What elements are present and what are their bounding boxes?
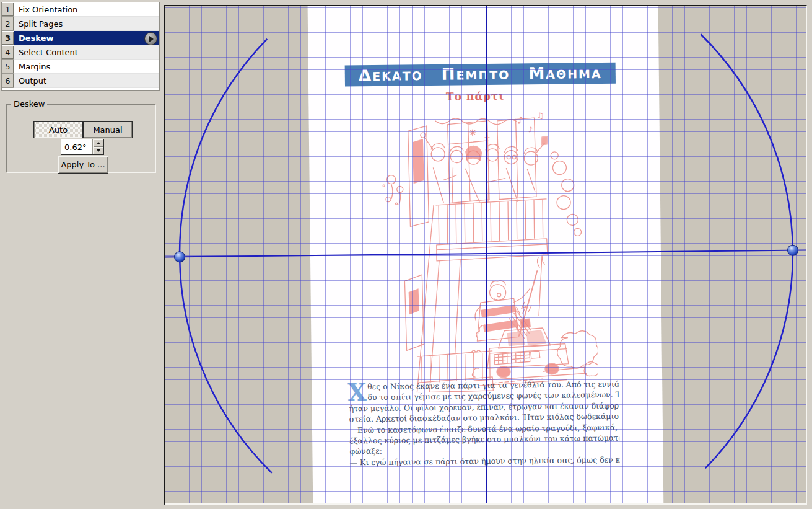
stage-label: Output bbox=[14, 74, 159, 88]
apply-to-button[interactable]: Apply To ... bbox=[58, 156, 108, 174]
deskew-options-group: Auto Manual Apply To ... bbox=[6, 104, 155, 172]
stage-label: Split Pages bbox=[14, 17, 159, 31]
spin-buttons bbox=[92, 139, 103, 154]
arrow-up-icon bbox=[97, 142, 100, 144]
stage-label: Margins bbox=[14, 60, 159, 74]
deskew-group-label: Deskew bbox=[11, 99, 47, 108]
manual-mode-button[interactable]: Manual bbox=[83, 121, 133, 138]
stage-list: 1 Fix Orientation 2 Split Pages 3 Deskew… bbox=[1, 2, 160, 91]
deskew-reference-line bbox=[165, 250, 806, 257]
stage-number: 3 bbox=[2, 31, 14, 45]
stage-label: Deskew bbox=[14, 31, 159, 45]
right-rotation-handle[interactable] bbox=[787, 245, 798, 255]
stages-panel: 1 Fix Orientation 2 Split Pages 3 Deskew… bbox=[0, 0, 162, 509]
stage-label: Fix Orientation bbox=[14, 2, 159, 17]
angle-spinbox bbox=[61, 139, 104, 155]
deskew-rotation-overlay bbox=[165, 6, 806, 503]
stage-item-margins[interactable]: 5 Margins bbox=[2, 60, 159, 74]
angle-input[interactable] bbox=[61, 139, 92, 154]
stage-item-split-pages[interactable]: 2 Split Pages bbox=[2, 17, 159, 31]
spin-up-button[interactable] bbox=[93, 139, 103, 147]
stage-number: 1 bbox=[2, 2, 14, 17]
auto-mode-button[interactable]: Auto bbox=[33, 121, 83, 138]
stage-item-fix-orientation[interactable]: 1 Fix Orientation bbox=[2, 2, 159, 17]
stage-number: 2 bbox=[2, 17, 14, 31]
stage-item-deskew[interactable]: 3 Deskew bbox=[2, 31, 159, 45]
run-batch-button[interactable] bbox=[144, 32, 157, 45]
stage-number: 6 bbox=[2, 74, 14, 88]
deskew-view-canvas[interactable]: ΔΕΚΑΤΟ ΠΕΜΠΤΟ ΜΑΘΗΜΑ Το πάρτι bbox=[164, 5, 807, 505]
stage-number: 4 bbox=[2, 45, 14, 60]
arrow-down-icon bbox=[97, 149, 100, 152]
play-icon bbox=[149, 36, 154, 42]
stage-item-output[interactable]: 6 Output bbox=[2, 74, 159, 88]
stage-item-select-content[interactable]: 4 Select Content bbox=[2, 45, 159, 60]
main-area: ΔΕΚΑΤΟ ΠΕΜΠΤΟ ΜΑΘΗΜΑ Το πάρτι bbox=[162, 0, 812, 509]
stage-number: 5 bbox=[2, 60, 14, 74]
spin-down-button[interactable] bbox=[93, 147, 103, 154]
left-rotation-handle[interactable] bbox=[174, 252, 185, 262]
stage-label: Select Content bbox=[14, 45, 159, 60]
